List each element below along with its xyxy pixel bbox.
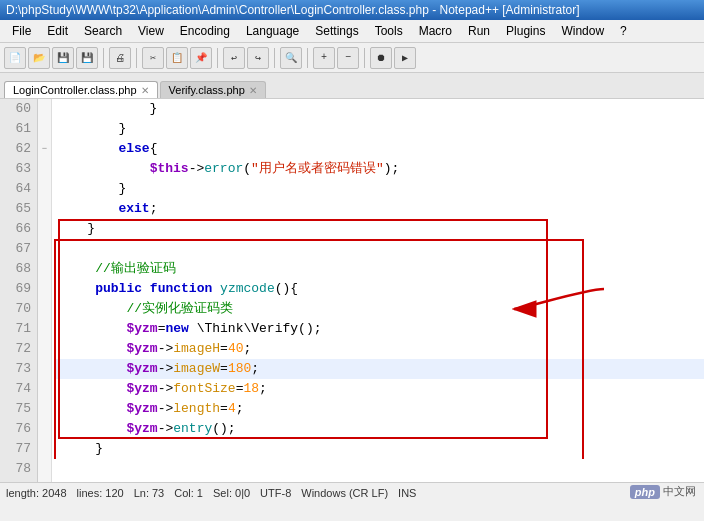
line-72: 72 [6, 339, 31, 359]
menu-macro[interactable]: Macro [411, 22, 460, 40]
toolbar-macro-play[interactable]: ▶ [394, 47, 416, 69]
fold-63 [38, 159, 51, 179]
menu-encoding[interactable]: Encoding [172, 22, 238, 40]
line-64: 64 [6, 179, 31, 199]
fold-65 [38, 199, 51, 219]
line-67: 67 [6, 239, 31, 259]
menu-window[interactable]: Window [553, 22, 612, 40]
toolbar-copy[interactable]: 📋 [166, 47, 188, 69]
tab-verify-label: Verify.class.php [169, 84, 245, 96]
menu-tools[interactable]: Tools [367, 22, 411, 40]
code-line-60: } [56, 99, 704, 119]
toolbar-zoom-out[interactable]: − [337, 47, 359, 69]
menu-file[interactable]: File [4, 22, 39, 40]
tab-logincontroller[interactable]: LoginController.class.php ✕ [4, 81, 158, 98]
code-line-78 [56, 459, 704, 479]
fold-61 [38, 119, 51, 139]
sep5 [307, 48, 308, 68]
tab-verify[interactable]: Verify.class.php ✕ [160, 81, 266, 98]
php-badge: php [630, 485, 660, 499]
status-ln: Ln: 73 [134, 487, 165, 499]
menu-plugins[interactable]: Plugins [498, 22, 553, 40]
status-eol: Windows (CR LF) [301, 487, 388, 499]
status-lines: lines: 120 [77, 487, 124, 499]
menu-bar: File Edit Search View Encoding Language … [0, 20, 704, 43]
line-68: 68 [6, 259, 31, 279]
toolbar-print[interactable]: 🖨 [109, 47, 131, 69]
line-73: 73 [6, 359, 31, 379]
line-69: 69 [6, 279, 31, 299]
code-line-68: //输出验证码 [56, 259, 704, 279]
toolbar-macro-record[interactable]: ⏺ [370, 47, 392, 69]
fold-71 [38, 319, 51, 339]
menu-language[interactable]: Language [238, 22, 307, 40]
fold-66 [38, 219, 51, 239]
line-71: 71 [6, 319, 31, 339]
code-line-73: $yzm->imageW=180; [56, 359, 704, 379]
code-line-63: $this->error("用户名或者密码错误"); [56, 159, 704, 179]
code-area[interactable]: } } else{ $this->error("用户名或者密码错误"); } e… [52, 99, 704, 482]
fold-67 [38, 239, 51, 259]
toolbar-save[interactable]: 💾 [52, 47, 74, 69]
code-line-72: $yzm->imageH=40; [56, 339, 704, 359]
toolbar-paste[interactable]: 📌 [190, 47, 212, 69]
code-line-76: $yzm->entry(); [56, 419, 704, 439]
toolbar-redo[interactable]: ↪ [247, 47, 269, 69]
fold-margin: − [38, 99, 52, 482]
toolbar-cut[interactable]: ✂ [142, 47, 164, 69]
fold-62[interactable]: − [38, 139, 51, 159]
fold-70 [38, 299, 51, 319]
line-77: 77 [6, 439, 31, 459]
tab-verify-close[interactable]: ✕ [249, 85, 257, 96]
toolbar-find[interactable]: 🔍 [280, 47, 302, 69]
status-encoding: UTF-8 [260, 487, 291, 499]
toolbar: 📄 📂 💾 💾 🖨 ✂ 📋 📌 ↩ ↪ 🔍 + − ⏺ ▶ [0, 43, 704, 73]
status-length: length: 2048 [6, 487, 67, 499]
menu-help[interactable]: ? [612, 22, 635, 40]
fold-60 [38, 99, 51, 119]
sep1 [103, 48, 104, 68]
menu-settings[interactable]: Settings [307, 22, 366, 40]
fold-76 [38, 419, 51, 439]
menu-view[interactable]: View [130, 22, 172, 40]
fold-72 [38, 339, 51, 359]
line-60: 60 [6, 99, 31, 119]
line-75: 75 [6, 399, 31, 419]
tab-logincontroller-label: LoginController.class.php [13, 84, 137, 96]
sep3 [217, 48, 218, 68]
menu-search[interactable]: Search [76, 22, 130, 40]
fold-77 [38, 439, 51, 459]
toolbar-zoom-in[interactable]: + [313, 47, 335, 69]
sep4 [274, 48, 275, 68]
code-line-69: public function yzmcode(){ [56, 279, 704, 299]
fold-69 [38, 279, 51, 299]
code-line-75: $yzm->length=4; [56, 399, 704, 419]
toolbar-undo[interactable]: ↩ [223, 47, 245, 69]
editor: 60 61 62 63 64 65 66 67 68 69 70 71 72 7… [0, 99, 704, 482]
status-col: Col: 1 [174, 487, 203, 499]
line-numbers: 60 61 62 63 64 65 66 67 68 69 70 71 72 7… [0, 99, 38, 482]
code-line-62: else{ [56, 139, 704, 159]
code-line-77: } [56, 439, 704, 459]
sep2 [136, 48, 137, 68]
php-logo: php 中文网 [630, 484, 696, 499]
php-text: 中文网 [663, 484, 696, 499]
sep6 [364, 48, 365, 68]
fold-78 [38, 459, 51, 479]
code-line-67 [56, 239, 704, 259]
line-66: 66 [6, 219, 31, 239]
tab-logincontroller-close[interactable]: ✕ [141, 85, 149, 96]
code-line-66: } [56, 219, 704, 239]
toolbar-new[interactable]: 📄 [4, 47, 26, 69]
line-61: 61 [6, 119, 31, 139]
code-line-65: exit; [56, 199, 704, 219]
fold-75 [38, 399, 51, 419]
code-line-71: $yzm=new \Think\Verify(); [56, 319, 704, 339]
menu-run[interactable]: Run [460, 22, 498, 40]
toolbar-saveall[interactable]: 💾 [76, 47, 98, 69]
line-65: 65 [6, 199, 31, 219]
toolbar-open[interactable]: 📂 [28, 47, 50, 69]
tab-bar: LoginController.class.php ✕ Verify.class… [0, 73, 704, 99]
menu-edit[interactable]: Edit [39, 22, 76, 40]
status-bar: length: 2048 lines: 120 Ln: 73 Col: 1 Se… [0, 482, 704, 502]
